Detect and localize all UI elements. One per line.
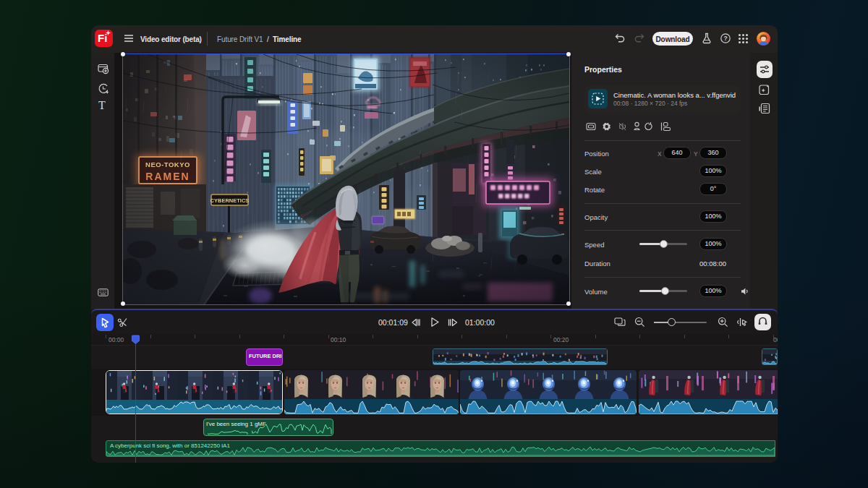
svg-text:?: ?	[723, 35, 727, 42]
